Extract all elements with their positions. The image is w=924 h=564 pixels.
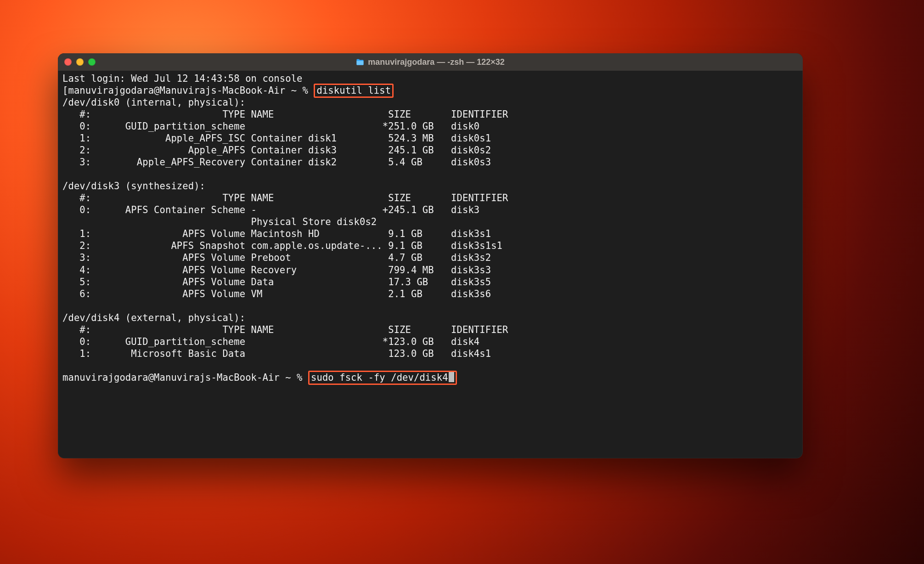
disk3-row: 0: APFS Container Scheme - +245.1 GB dis…: [62, 204, 479, 215]
terminal-cursor: [449, 372, 454, 382]
traffic-lights: [64, 58, 96, 66]
terminal-window: manuvirajgodara — -zsh — 122×32 Last log…: [58, 53, 803, 458]
window-title-text: manuvirajgodara — -zsh — 122×32: [368, 57, 505, 67]
disk3-columns: #: TYPE NAME SIZE IDENTIFIER: [62, 192, 508, 203]
disk0-header: /dev/disk0 (internal, physical):: [62, 97, 245, 108]
disk0-row: 0: GUID_partition_scheme *251.0 GB disk0: [62, 121, 479, 132]
folder-icon: [356, 59, 364, 66]
window-title: manuvirajgodara — -zsh — 122×32: [58, 57, 803, 67]
disk0-row: 3: Apple_APFS_Recovery Container disk2 5…: [62, 157, 491, 168]
disk3-row: Physical Store disk0s2: [62, 216, 377, 227]
highlighted-cmd-2: sudo fsck -fy /dev/disk4: [308, 371, 457, 385]
disk3-row: 3: APFS Volume Preboot 4.7 GB disk3s2: [62, 252, 491, 263]
maximize-button[interactable]: [88, 58, 96, 66]
disk0-row: 2: Apple_APFS Container disk3 245.1 GB d…: [62, 145, 491, 156]
disk4-row: 1: Microsoft Basic Data 123.0 GB disk4s1: [62, 348, 491, 359]
last-login-line: Last login: Wed Jul 12 14:43:58 on conso…: [62, 73, 303, 84]
prompt-2: manuvirajgodara@Manuvirajs-MacBook-Air ~…: [62, 372, 308, 383]
disk0-columns: #: TYPE NAME SIZE IDENTIFIER: [62, 109, 508, 120]
disk4-header: /dev/disk4 (external, physical):: [62, 312, 245, 323]
window-titlebar: manuvirajgodara — -zsh — 122×32: [58, 53, 803, 71]
disk3-row: 6: APFS Volume VM 2.1 GB disk3s6: [62, 288, 491, 299]
terminal-content[interactable]: Last login: Wed Jul 12 14:43:58 on conso…: [58, 71, 803, 388]
disk3-row: 2: APFS Snapshot com.apple.os.update-...…: [62, 240, 502, 251]
minimize-button[interactable]: [76, 58, 84, 66]
disk3-row: 4: APFS Volume Recovery 799.4 MB disk3s3: [62, 265, 491, 276]
prompt-1: [manuvirajgodara@Manuvirajs-MacBook-Air …: [62, 85, 314, 96]
disk4-columns: #: TYPE NAME SIZE IDENTIFIER: [62, 324, 508, 335]
disk3-row: 5: APFS Volume Data 17.3 GB disk3s5: [62, 276, 491, 288]
disk0-row: 1: Apple_APFS_ISC Container disk1 524.3 …: [62, 133, 491, 144]
disk3-header: /dev/disk3 (synthesized):: [62, 180, 205, 192]
close-button[interactable]: [64, 58, 72, 66]
disk4-row: 0: GUID_partition_scheme *123.0 GB disk4: [62, 336, 479, 347]
disk3-row: 1: APFS Volume Macintosh HD 9.1 GB disk3…: [62, 228, 491, 239]
highlighted-cmd-1: diskutil list: [314, 84, 394, 98]
